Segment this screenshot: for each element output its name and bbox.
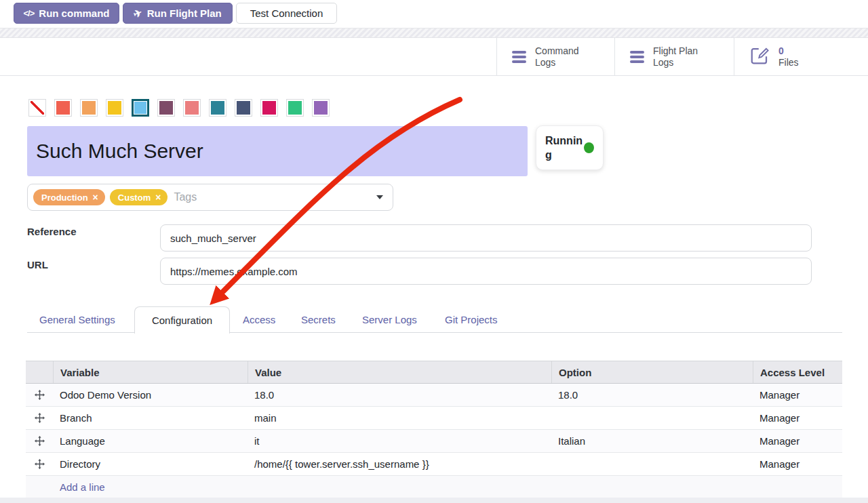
reference-label: Reference xyxy=(27,226,77,237)
add-line-row: Add a line xyxy=(26,476,842,498)
tab-secrets[interactable]: Secrets xyxy=(300,306,337,333)
files-label: Files xyxy=(778,57,799,68)
color-swatch-10[interactable] xyxy=(286,99,304,117)
status-dot-icon xyxy=(584,142,594,153)
color-swatch-11[interactable] xyxy=(312,99,330,117)
cell-variable[interactable]: Odoo Demo Version xyxy=(53,389,248,401)
cell-access[interactable]: Manager xyxy=(753,389,842,401)
cell-access[interactable]: Manager xyxy=(753,435,842,447)
color-swatch-1[interactable] xyxy=(54,99,72,117)
tag-custom-label: Custom xyxy=(118,193,151,203)
stat-button-flight-plan-logs[interactable]: Flight Plan Logs xyxy=(614,38,734,75)
tab-server-logs[interactable]: Server Logs xyxy=(361,306,418,333)
color-swatch-2[interactable] xyxy=(80,99,98,117)
color-swatch-9[interactable] xyxy=(260,99,278,117)
url-input[interactable] xyxy=(160,258,812,285)
run-command-label: Run command xyxy=(39,7,109,19)
tags-field[interactable]: Production × Custom × Tags xyxy=(27,184,393,211)
column-header-access-level[interactable]: Access Level xyxy=(753,361,842,383)
tags-placeholder: Tags xyxy=(174,191,197,203)
tab-general-settings[interactable]: General Settings xyxy=(38,306,117,333)
tab-access[interactable]: Access xyxy=(241,306,277,333)
list-icon xyxy=(512,51,526,63)
tag-custom[interactable]: Custom × xyxy=(110,189,168,205)
drag-handle-icon[interactable] xyxy=(26,459,53,469)
drag-handle-icon[interactable] xyxy=(26,436,53,446)
color-swatch-none[interactable] xyxy=(28,99,46,117)
test-connection-button[interactable]: Test Connection xyxy=(236,3,337,24)
table-row[interactable]: Directory /home/{{ tower.server.ssh_user… xyxy=(26,453,842,476)
edit-file-icon xyxy=(749,45,770,68)
tab-git-projects[interactable]: Git Projects xyxy=(443,306,499,333)
cell-access[interactable]: Manager xyxy=(753,458,842,470)
cell-option[interactable]: 18.0 xyxy=(551,389,753,401)
url-label: URL xyxy=(27,259,48,270)
cell-access[interactable]: Manager xyxy=(753,412,842,424)
list-icon xyxy=(630,51,644,63)
test-connection-label: Test Connection xyxy=(250,7,323,19)
column-header-variable[interactable]: Variable xyxy=(53,361,248,383)
status-label: Running xyxy=(545,134,583,162)
cell-value[interactable]: /home/{{ tower.server.ssh_username }} xyxy=(248,458,551,470)
notebook-tabs: General Settings Configuration Access Se… xyxy=(27,306,842,333)
cell-variable[interactable]: Branch xyxy=(53,412,248,424)
chevron-down-icon[interactable] xyxy=(376,195,383,199)
stat-button-files[interactable]: 0 Files xyxy=(734,38,868,75)
files-count: 0 xyxy=(778,45,784,56)
table-row[interactable]: Branch main Manager xyxy=(26,407,842,430)
status-button[interactable]: Running xyxy=(536,125,604,170)
tag-custom-remove-icon[interactable]: × xyxy=(155,193,161,202)
stat-command-line1: Command xyxy=(535,45,579,56)
stat-flight-line1: Flight Plan xyxy=(653,45,698,56)
stat-command-line2: Logs xyxy=(535,57,555,68)
color-swatch-7[interactable] xyxy=(209,99,226,117)
column-header-value[interactable]: Value xyxy=(248,361,551,383)
cell-variable[interactable]: Directory xyxy=(53,458,248,470)
drag-handle-icon[interactable] xyxy=(26,413,53,423)
tag-production[interactable]: Production × xyxy=(33,189,105,205)
server-name-field[interactable]: Such Much Server xyxy=(27,126,528,176)
tag-production-label: Production xyxy=(41,193,88,203)
add-a-line-link[interactable]: Add a line xyxy=(60,481,105,493)
plane-icon: ✈ xyxy=(132,6,144,20)
action-toolbar: </> Run command ✈ Run Flight Plan Test C… xyxy=(0,0,868,27)
color-swatch-5[interactable] xyxy=(157,99,175,117)
hatched-divider xyxy=(0,28,868,38)
color-swatch-6[interactable] xyxy=(183,99,201,117)
cell-variable[interactable]: Language xyxy=(53,435,248,447)
cell-value[interactable]: main xyxy=(248,412,551,424)
code-icon: </> xyxy=(24,8,35,18)
color-swatch-8[interactable] xyxy=(235,99,252,117)
run-flight-plan-button[interactable]: ✈ Run Flight Plan xyxy=(123,3,233,24)
table-row[interactable]: Language it Italian Manager xyxy=(26,430,842,453)
stat-flight-line2: Logs xyxy=(653,57,673,68)
cell-option[interactable]: Italian xyxy=(551,435,753,447)
server-name: Such Much Server xyxy=(36,140,203,163)
table-row[interactable]: Odoo Demo Version 18.0 18.0 Manager xyxy=(26,384,842,407)
reference-input[interactable] xyxy=(160,224,812,252)
tab-configuration[interactable]: Configuration xyxy=(134,306,230,334)
color-swatch-4-selected[interactable] xyxy=(132,99,149,117)
variables-table: Variable Value Option Access Level Odoo … xyxy=(26,361,842,498)
run-flight-plan-label: Run Flight Plan xyxy=(147,7,222,19)
run-command-button[interactable]: </> Run command xyxy=(14,3,119,24)
cell-value[interactable]: it xyxy=(248,435,551,447)
table-header-row: Variable Value Option Access Level xyxy=(26,361,842,384)
cell-value[interactable]: 18.0 xyxy=(248,389,551,401)
server-form-page: </> Run command ✈ Run Flight Plan Test C… xyxy=(0,0,868,503)
handle-column-header xyxy=(26,361,53,383)
drag-handle-icon[interactable] xyxy=(26,390,53,400)
next-section-edge xyxy=(0,498,868,503)
stat-button-command-logs[interactable]: Command Logs xyxy=(496,38,614,75)
form-header: Command Logs Flight Plan Logs 0 Files xyxy=(0,38,868,76)
column-header-option[interactable]: Option xyxy=(551,361,753,383)
color-picker xyxy=(28,99,330,117)
color-swatch-3[interactable] xyxy=(106,99,123,117)
tag-production-remove-icon[interactable]: × xyxy=(93,193,98,202)
